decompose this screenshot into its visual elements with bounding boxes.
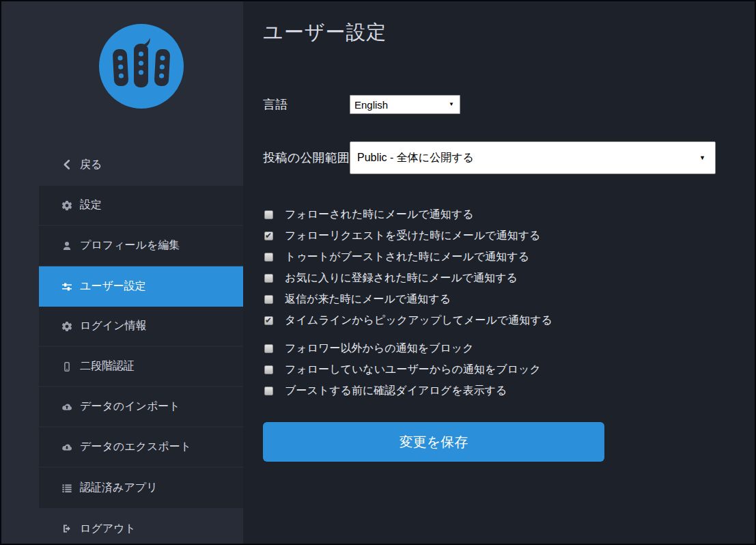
gear-icon [61, 321, 72, 332]
logo-wrap [39, 1, 243, 109]
sidebar-back-link[interactable]: 戻る [61, 157, 243, 172]
checkbox[interactable] [264, 253, 273, 262]
page-title: ユーザー設定 [263, 20, 736, 44]
sidebar-item-settings[interactable]: 設定 [39, 186, 243, 226]
checkbox-label[interactable]: ブーストする前に確認ダイアログを表示する [285, 384, 507, 398]
sidebar-item-edit-profile[interactable]: プロフィールを編集 [39, 226, 243, 266]
sidebar-logout-label: ログアウト [80, 522, 136, 536]
sidebar-item-two-factor-auth[interactable]: 二段階認証 [39, 347, 243, 387]
checkbox-label[interactable]: フォローリクエストを受けた時にメールで通知する [285, 229, 540, 243]
language-row: 言語 English ▼ [263, 95, 716, 114]
checkbox-label[interactable]: トゥートがブーストされた時にメールで通知する [285, 250, 529, 264]
sidebar-item-authorized-apps[interactable]: 認証済みアプリ [39, 468, 243, 508]
notification-checkbox-group: フォローされた時にメールで通知する フォローリクエストを受けた時にメールで通知す… [263, 207, 716, 328]
checkbox[interactable] [264, 387, 273, 395]
language-select[interactable]: English ▼ [350, 95, 460, 114]
checkbox-label[interactable]: タイムラインからピックアップしてメールで通知する [285, 313, 552, 328]
checkbox-label[interactable]: フォロワー以外からの通知をブロック [285, 341, 474, 356]
list-icon [61, 483, 72, 494]
checkbox-row[interactable]: 返信が来た時にメールで通知する [263, 292, 716, 307]
sidebar-item-data-import[interactable]: データのインポート [39, 387, 243, 428]
cloud-upload-icon [61, 402, 72, 413]
checkbox-row[interactable]: お気に入りに登録された時にメールで通知する [263, 270, 716, 285]
checkbox-row[interactable]: フォロワー以外からの通知をブロック [263, 341, 716, 356]
checkbox-label[interactable]: フォローしていないユーザーからの通知をブロック [285, 363, 541, 377]
visibility-selected-value: Public - 全体に公開する [357, 151, 474, 165]
checkbox[interactable] [264, 274, 273, 283]
visibility-label: 投稿の公開範囲 [263, 150, 350, 167]
sidebar-nav: 設定 プロフィールを編集 ユーザー設定 ログイン情報 二段階認証 データのインポ… [39, 186, 243, 508]
cloud-download-icon [61, 442, 72, 453]
checkbox[interactable] [264, 344, 273, 353]
main-content: ユーザー設定 言語 English ▼ 投稿の公開範囲 Public - 全体に… [243, 1, 755, 544]
checkbox-label[interactable]: フォローされた時にメールで通知する [285, 208, 474, 222]
checkbox-row[interactable]: トゥートがブーストされた時にメールで通知する [263, 249, 716, 264]
checkbox-row[interactable]: フォローリクエストを受けた時にメールで通知する [263, 228, 716, 243]
visibility-row: 投稿の公開範囲 Public - 全体に公開する ▼ [263, 141, 716, 174]
language-label: 言語 [263, 96, 350, 113]
instance-logo [99, 24, 184, 109]
chevron-left-icon [61, 159, 72, 170]
checkbox[interactable] [264, 316, 273, 325]
checkbox[interactable] [264, 210, 273, 219]
sidebar-back-label: 戻る [80, 158, 102, 172]
sidebar-item-user-settings[interactable]: ユーザー設定 [39, 266, 243, 307]
sliders-icon [61, 281, 72, 292]
user-settings-form: 言語 English ▼ 投稿の公開範囲 Public - 全体に公開する ▼ … [263, 95, 716, 462]
checkbox[interactable] [264, 232, 273, 240]
visibility-select[interactable]: Public - 全体に公開する ▼ [350, 141, 716, 174]
checkbox-row[interactable]: タイムラインからピックアップしてメールで通知する [263, 313, 716, 328]
settings-page: 戻る 設定 プロフィールを編集 ユーザー設定 ログイン情報 二段階認証 データの… [0, 0, 756, 545]
checkbox[interactable] [264, 365, 273, 374]
sidebar: 戻る 設定 プロフィールを編集 ユーザー設定 ログイン情報 二段階認証 データの… [1, 1, 243, 544]
user-icon [61, 240, 72, 251]
checkbox-label[interactable]: 返信が来た時にメールで通知する [285, 292, 451, 307]
language-selected-value: English [354, 99, 388, 111]
save-changes-button[interactable]: 変更を保存 [263, 422, 604, 462]
sidebar-item-logout[interactable]: ログアウト [61, 521, 243, 536]
mobile-icon [61, 361, 72, 372]
checkbox[interactable] [264, 295, 273, 304]
chevron-down-icon: ▼ [699, 155, 705, 161]
sidebar-item-data-export[interactable]: データのエクスポート [39, 428, 243, 468]
checkbox-row[interactable]: フォローしていないユーザーからの通知をブロック [263, 362, 716, 377]
chevron-down-icon: ▼ [449, 102, 454, 107]
checkbox-row[interactable]: フォローされた時にメールで通知する [263, 207, 716, 222]
gear-icon [61, 200, 72, 211]
sidebar-item-login-info[interactable]: ログイン情報 [39, 307, 243, 347]
sign-out-icon [61, 523, 72, 534]
blocking-checkbox-group: フォロワー以外からの通知をブロック フォローしていないユーザーからの通知をブロッ… [263, 341, 716, 398]
checkbox-row[interactable]: ブーストする前に確認ダイアログを表示する [263, 383, 716, 398]
checkbox-label[interactable]: お気に入りに登録された時にメールで通知する [285, 271, 518, 285]
